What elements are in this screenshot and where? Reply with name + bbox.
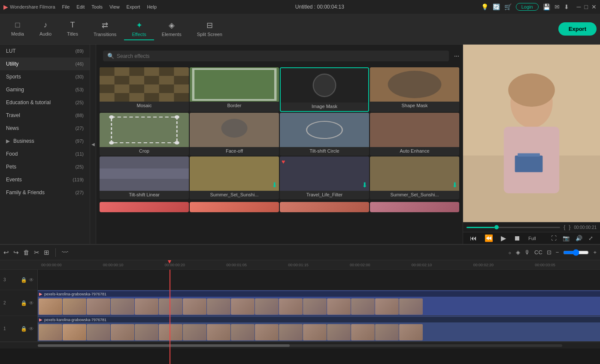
refresh-icon[interactable]: 🔄: [493, 3, 500, 10]
voiceover-button[interactable]: 🎙: [524, 249, 530, 256]
captions-button[interactable]: CC: [534, 249, 542, 256]
track-2-content[interactable]: ▶ pexels-karolina-grabowska-7976781: [38, 290, 600, 316]
download-icon[interactable]: ⬇: [564, 3, 569, 10]
zoom-out-button[interactable]: −: [556, 249, 559, 256]
track-1-content[interactable]: ▶ pexels-karolina-grabowska-7976781: [38, 316, 600, 341]
track-1-visibility-icon[interactable]: 👁: [29, 326, 34, 332]
cart-icon[interactable]: 🛒: [504, 3, 512, 10]
effect-faceoff[interactable]: Face-off: [190, 113, 279, 156]
progress-handle[interactable]: [494, 225, 499, 229]
lightbulb-icon[interactable]: 💡: [481, 3, 488, 10]
track-visibility-icon[interactable]: 👁: [29, 277, 34, 283]
grid-options-icon[interactable]: ⋯: [454, 53, 459, 59]
waveform-button[interactable]: 〰: [62, 249, 68, 256]
sidebar-item-news[interactable]: News (27): [0, 122, 90, 135]
mark-in-button[interactable]: ⬦: [508, 249, 512, 256]
toolbar-audio[interactable]: ♪ Audio: [32, 18, 59, 40]
zoom-slider[interactable]: [563, 249, 589, 256]
effect-border[interactable]: Border: [190, 67, 279, 112]
track-lock-icon[interactable]: 🔒: [21, 277, 27, 283]
track-2-lock-icon[interactable]: 🔒: [21, 300, 27, 306]
effect-shapemask-thumb: [370, 67, 459, 102]
delete-button[interactable]: 🗑: [23, 249, 30, 256]
redo-button[interactable]: ↪: [13, 249, 19, 256]
menu-help[interactable]: Help: [145, 3, 158, 10]
menu-view[interactable]: View: [108, 3, 121, 10]
sidebar-item-food[interactable]: Food (11): [0, 147, 90, 160]
sidebar-item-education[interactable]: Education & tutorial (25): [0, 96, 90, 109]
track-3-content[interactable]: [38, 270, 600, 290]
sidebar-travel-label: Travel: [6, 112, 20, 118]
export-button[interactable]: Export: [558, 22, 597, 36]
svg-rect-10: [115, 93, 130, 102]
toolbar-effects[interactable]: ✦ Effects: [124, 18, 154, 40]
sidebar-education-count: (25): [75, 100, 84, 105]
screenshot-icon[interactable]: 📷: [563, 235, 570, 241]
svg-point-18: [388, 71, 442, 98]
sidebar-item-events[interactable]: Events (119): [0, 173, 90, 186]
effect-autoenhance[interactable]: Auto Enhance: [370, 113, 459, 156]
out-point-bracket[interactable]: }: [569, 224, 570, 230]
mail-icon[interactable]: ✉: [555, 3, 560, 10]
menu-edit[interactable]: Edit: [75, 3, 86, 10]
undo-button[interactable]: ↩: [3, 249, 9, 256]
effect-shapemask[interactable]: Shape Mask: [370, 67, 459, 112]
effect-travellife[interactable]: ♥ ⬇ Travel_Life_Filter: [280, 156, 369, 199]
login-button[interactable]: Login: [516, 3, 539, 11]
effect-summerset[interactable]: ⬇ Summer_Set_Sunshi...: [190, 156, 279, 199]
zoom-in-button[interactable]: +: [593, 249, 597, 256]
track-3-header: 3 🔒 👁: [0, 270, 38, 290]
sidebar-item-travel[interactable]: Travel (88): [0, 109, 90, 122]
track-2-clip-name: pexels-karolina-grabowska-7976781: [44, 292, 106, 296]
minimize-button[interactable]: ─: [577, 3, 581, 10]
fullscreen-icon[interactable]: ⛶: [551, 235, 557, 241]
menu-tools[interactable]: Tools: [90, 3, 104, 10]
toolbar-transitions[interactable]: ⇄ Transitions: [86, 18, 124, 40]
prev-frame-button[interactable]: ⏪: [485, 234, 493, 242]
effect-tiltcircle[interactable]: Tilt-shift Circle: [280, 113, 369, 156]
rewind-button[interactable]: ⏮: [470, 235, 477, 242]
effect-summerset2[interactable]: ⬇ Summer_Set_Sunshi...: [370, 156, 459, 199]
track-2-visibility-icon[interactable]: 👁: [29, 300, 34, 306]
timeline-scrollbar[interactable]: [0, 342, 600, 349]
close-button[interactable]: ✕: [591, 3, 597, 10]
track-1-lock-icon[interactable]: 🔒: [21, 326, 27, 332]
stop-button[interactable]: ⏹: [514, 235, 521, 242]
audio-icon[interactable]: 🔊: [576, 235, 582, 241]
effect-mosaic[interactable]: Mosaic: [100, 67, 189, 112]
maximize-button[interactable]: □: [585, 3, 588, 10]
sidebar-item-gaming[interactable]: Gaming (53): [0, 83, 90, 96]
expand-icon[interactable]: ⤢: [588, 235, 593, 241]
toolbar-elements[interactable]: ◈ Elements: [154, 18, 189, 40]
effect-imagemask[interactable]: Image Mask: [280, 67, 369, 112]
save-icon[interactable]: 💾: [543, 3, 550, 10]
effect-travellife-thumb: [280, 156, 369, 191]
in-point-bracket[interactable]: {: [564, 224, 565, 230]
menu-file[interactable]: File: [61, 3, 72, 10]
effect-tiltlinear[interactable]: Tilt-shift Linear: [100, 156, 189, 199]
zoom-range-input[interactable]: [563, 249, 589, 256]
cut-button[interactable]: ✂: [34, 249, 39, 256]
search-input[interactable]: [117, 53, 445, 59]
split-audio-button[interactable]: ⊞: [44, 249, 49, 256]
zoom-level-button[interactable]: Full: [528, 236, 536, 241]
sidebar-item-pets[interactable]: Pets (25): [0, 160, 90, 173]
sidebar-item-utility[interactable]: Utility (46): [0, 57, 90, 70]
timeline-ruler[interactable]: 00:00:00:00 00:00:00:10 00:00:00:20 00:0…: [0, 260, 600, 270]
progress-track[interactable]: [467, 227, 560, 228]
play-button[interactable]: ▶: [501, 234, 506, 242]
mark-out-button[interactable]: ◈: [516, 249, 520, 256]
sidebar-item-lut[interactable]: LUT (89): [0, 45, 90, 57]
scrollbar-thumb[interactable]: [38, 344, 290, 347]
effect-crop[interactable]: Crop: [100, 113, 189, 156]
sidebar-item-sports[interactable]: Sports (30): [0, 70, 90, 83]
toolbar-media[interactable]: □ Media: [3, 18, 32, 40]
sidebar-item-business[interactable]: ▶ Business (97): [0, 135, 90, 147]
pip-button[interactable]: ⊡: [547, 249, 552, 256]
toolbar-titles[interactable]: T Titles: [59, 18, 86, 40]
sidebar-item-familyfriends[interactable]: Family & Friends (27): [0, 186, 90, 199]
sidebar-collapse-button[interactable]: ◀: [90, 45, 96, 244]
menu-export[interactable]: Export: [125, 3, 142, 10]
toolbar-splitscreen[interactable]: ⊟ Split Screen: [189, 18, 230, 40]
collapse-arrow-icon: ▶: [6, 138, 10, 144]
